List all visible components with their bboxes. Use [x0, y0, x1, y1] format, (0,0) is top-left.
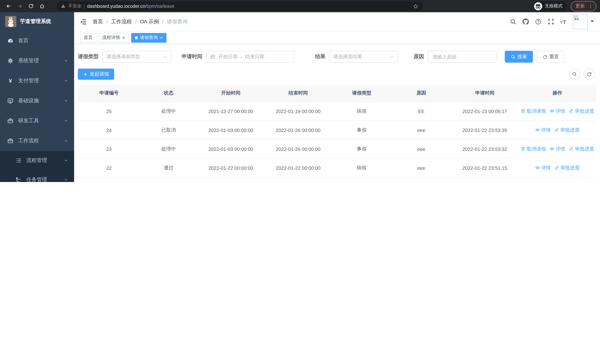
breadcrumb-item[interactable]: OA 示例 — [140, 18, 159, 25]
kebab-menu-icon — [588, 4, 593, 9]
progress-action-link[interactable]: 审批进度 — [554, 127, 580, 133]
reset-button[interactable]: 重置 — [537, 51, 565, 63]
close-icon[interactable]: × — [122, 35, 125, 40]
start-date-placeholder: 开始日期 — [218, 53, 238, 60]
browser-right-controls: 无痕模式 更新 — [533, 1, 596, 11]
breadcrumb-separator: / — [162, 19, 163, 24]
detail-action-link[interactable]: 详情 — [535, 165, 551, 171]
sidebar-item-payment[interactable]: ¥支付管理 — [0, 71, 74, 91]
toolbox-icon — [7, 118, 13, 124]
pen-icon — [569, 147, 574, 151]
table-cell: 2022-01-26 00:00:00 — [264, 140, 332, 159]
create-leave-button[interactable]: 发起请假 — [78, 69, 114, 80]
breadcrumb-separator: / — [135, 19, 136, 24]
browser-home-icon[interactable] — [37, 1, 47, 11]
progress-action-link[interactable]: 审批进度 — [569, 108, 594, 114]
sidebar-item-label: 基础设施 — [18, 97, 64, 104]
column-header: 申请编号 — [78, 84, 140, 102]
content: 请假类型 请选择请假类型 申请时间 开始日期 - 结束日期 — [74, 44, 600, 182]
reason-input[interactable] — [432, 54, 493, 60]
browser-forward-icon[interactable] — [15, 1, 24, 11]
cancel-action-link[interactable]: 取消请假 — [521, 108, 546, 114]
chevron-up-icon — [64, 177, 68, 182]
refresh-icon — [543, 54, 547, 59]
close-icon[interactable]: × — [160, 35, 163, 40]
security-label[interactable]: 不安全 — [68, 3, 82, 9]
tab-leave-query[interactable]: 请假查询× — [131, 33, 166, 42]
app-title: 芋道管理系统 — [20, 18, 51, 25]
range-separator: - — [241, 54, 242, 59]
font-size-icon[interactable]: TT — [560, 19, 567, 25]
toggle-search-button[interactable] — [569, 69, 580, 80]
tab-process-detail[interactable]: 流程详情× — [99, 33, 129, 42]
sidebar-item-devtools[interactable]: 研发工具 — [0, 111, 74, 131]
leave-type-select[interactable]: 请选择请假类型 — [102, 51, 171, 63]
table-cell: EE — [392, 102, 451, 121]
progress-action-link[interactable]: 审批进度 — [554, 165, 580, 171]
url-bar[interactable]: 不安全 dashboard.yudao.iocoder.cn/bpm/oa/le… — [56, 1, 423, 11]
help-icon[interactable] — [535, 19, 542, 25]
tab-label: 请假查询 — [140, 35, 158, 41]
browser-back-icon[interactable] — [4, 1, 13, 11]
sidebar-item-workflow[interactable]: 工作流程 — [0, 131, 74, 151]
browser-update-button[interactable]: 更新 — [571, 1, 596, 11]
user-avatar-menu[interactable] — [573, 14, 594, 29]
result-select[interactable]: 请选择流结果 — [329, 51, 398, 63]
progress-action-link[interactable]: 审批进度 — [569, 146, 594, 152]
avatar-broken-image — [573, 14, 588, 29]
breadcrumb-item: 请假查询 — [167, 18, 188, 25]
submenu: 流程管理任务管理我的流程待办任务已办任务请假查询 — [0, 151, 74, 182]
sidebar-item-process-mgmt[interactable]: 流程管理 — [0, 151, 74, 170]
sidebar-item-system[interactable]: 系统管理 — [0, 51, 74, 71]
sidebar-item-task-mgmt[interactable]: 任务管理 — [0, 170, 74, 182]
refresh-icon — [587, 72, 592, 77]
view-icon — [535, 166, 540, 170]
task-icon — [16, 177, 21, 182]
sidebar-item-label: 研发工具 — [18, 118, 64, 124]
search-icon[interactable] — [510, 19, 516, 25]
column-header: 原因 — [392, 84, 451, 102]
dashboard-icon — [7, 38, 13, 44]
search-button[interactable]: 搜索 — [505, 51, 533, 63]
url-text[interactable]: dashboard.yudao.iocoder.cn/bpm/oa/leave — [87, 3, 174, 9]
table-cell: 2022-01-19 00:00:00 — [264, 102, 332, 121]
fullscreen-icon[interactable] — [548, 19, 554, 25]
github-icon[interactable] — [523, 19, 529, 25]
tab-home[interactable]: 首页 — [80, 33, 96, 42]
table-cell: 21 — [78, 177, 140, 182]
table-cell: 病假 — [332, 102, 392, 121]
table-cell: 2022-01-22 23:53:35 — [451, 121, 518, 140]
trash-icon — [521, 109, 525, 114]
sidebar-item-infra[interactable]: 基础设施 — [0, 91, 74, 111]
sidebar-item-label: 支付管理 — [18, 77, 64, 84]
app-logo[interactable]: 芋道管理系统 — [0, 12, 74, 31]
bookmark-star-icon[interactable] — [413, 3, 418, 9]
process-list-icon — [16, 158, 21, 163]
table-row: 23处理中2022-01-03 00:00:002022-01-26 00:00… — [78, 140, 596, 159]
leave-table: 申请编号状态开始时间结束时间请假类型原因申请时间操作 25处理中2021-12-… — [78, 84, 596, 182]
svg-text:T: T — [561, 20, 563, 24]
plus-icon — [83, 72, 88, 76]
sidebar-item-home[interactable]: 首页 — [0, 31, 74, 51]
detail-action-link[interactable]: 详情 — [550, 108, 565, 114]
table-cell: 2022-01-23 00:06:17 — [451, 102, 518, 121]
breadcrumb-item[interactable]: 首页 — [93, 18, 103, 25]
apply-time-range-picker[interactable]: 开始日期 - 结束日期 — [206, 51, 294, 63]
table-cell: eee — [392, 140, 451, 159]
table-cell: 处理中 — [140, 102, 197, 121]
filter-bar: 请假类型 请选择请假类型 申请时间 开始日期 - 结束日期 — [78, 51, 596, 63]
apply-time-label: 申请时间 — [182, 53, 202, 60]
browser-reload-icon[interactable] — [26, 1, 36, 11]
table-toolbar: 发起请假 — [78, 69, 596, 80]
breadcrumb-item[interactable]: 工作流程 — [111, 18, 132, 25]
detail-action-link[interactable]: 详情 — [550, 146, 565, 152]
detail-action-link[interactable]: 详情 — [535, 127, 551, 133]
refresh-table-button[interactable] — [584, 69, 595, 80]
not-secure-warning-icon — [61, 4, 66, 9]
view-icon — [550, 109, 554, 114]
column-header: 请假类型 — [332, 84, 392, 102]
sidebar-collapse-icon[interactable] — [80, 18, 87, 25]
cancel-action-link[interactable]: 取消请假 — [521, 146, 546, 152]
row-actions: 取消请假详情审批进度 — [518, 102, 596, 121]
sidebar-menu: 首页系统管理¥支付管理基础设施研发工具工作流程流程管理任务管理我的流程待办任务已… — [0, 31, 74, 182]
